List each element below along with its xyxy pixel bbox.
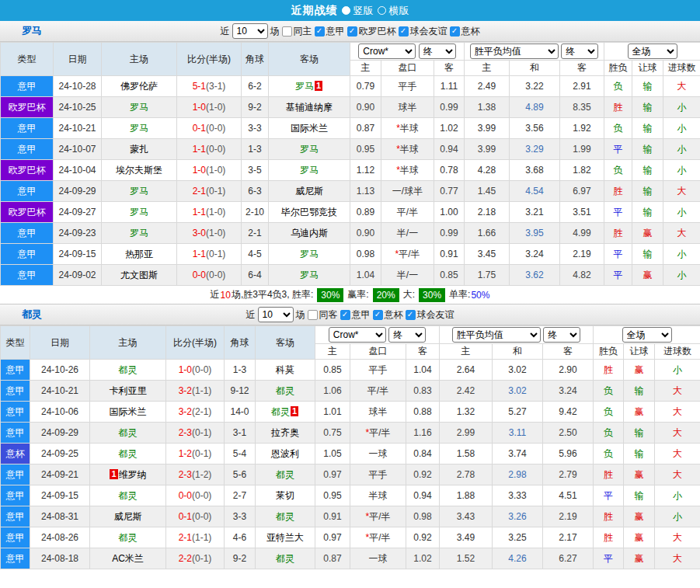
league-filter-label: 球会友谊: [410, 25, 448, 38]
same-venue-filter[interactable]: 同主: [282, 25, 312, 38]
league-filter-球会友谊[interactable]: 球会友谊: [399, 25, 448, 38]
fulltime-scope-select[interactable]: 全场: [628, 43, 677, 59]
checkbox-checked-icon[interactable]: [399, 26, 409, 37]
europe-time-select[interactable]: 终: [543, 327, 580, 343]
league-filter-球会友谊[interactable]: 球会友谊: [406, 308, 454, 322]
handicap-home-odds: 0.91: [315, 506, 350, 527]
halftime-score: (0-1): [192, 427, 211, 438]
handicap-away-odds: 1.11: [434, 76, 465, 97]
halftime-score: (1-0): [206, 228, 225, 238]
result-handicap: 赢: [632, 223, 663, 244]
checkbox-checked-icon[interactable]: [450, 26, 460, 37]
checkbox-checked-icon[interactable]: [347, 26, 357, 37]
focus-team-name: 罗马: [130, 228, 148, 238]
checkbox-checked-icon[interactable]: [406, 310, 416, 320]
result-handicap: 赢: [624, 506, 655, 527]
match-row: 意甲24-09-15都灵0-0(0-0)2-7莱切0.95半球0.941.883…: [1, 485, 700, 506]
match-row: 意甲24-08-26都灵2-1(1-1)4-6亚特兰大0.97*平/半0.923…: [1, 527, 700, 548]
home-team-cell: 佛罗伦萨: [102, 76, 177, 97]
halftime-score: (0-1): [206, 186, 225, 197]
fulltime-score: 1-0: [193, 102, 206, 113]
odds-average-select[interactable]: 胜平负均值: [452, 327, 541, 343]
away-team-cell: 国际米兰: [269, 118, 350, 139]
match-row: 意甲24-10-07蒙扎1-1(0-0)1-3罗马0.95*半球0.943.99…: [1, 139, 700, 160]
checkbox-checked-icon[interactable]: [340, 310, 350, 320]
league-filter-欧罗巴杯[interactable]: 欧罗巴杯: [347, 25, 396, 38]
result-win-draw-loss: 平: [604, 244, 632, 265]
games-label: 场: [296, 308, 305, 322]
away-team-cell: 罗马: [269, 244, 350, 265]
match-count-select[interactable]: 10: [232, 23, 268, 39]
score-cell: 2-1(0-1): [177, 181, 242, 202]
handicap-home-odds: 1.05: [315, 444, 350, 464]
team-name-heading: 罗马: [22, 24, 42, 38]
focus-team-name: 罗马: [130, 186, 148, 197]
away-team-cell: 莱切: [256, 485, 315, 506]
europe-away-odds: 2.17: [543, 527, 594, 548]
handicap-home-odds: 1.12: [350, 160, 381, 181]
early-odds-star: *: [396, 144, 400, 155]
handicap-home-odds: 0.97: [315, 464, 350, 485]
europe-draw-odds: 5.27: [493, 402, 543, 423]
result-goals: 小: [663, 97, 700, 118]
europe-time-select[interactable]: 终: [561, 43, 598, 59]
match-date: 24-10-21: [54, 118, 102, 139]
home-team-cell: 埃尔夫斯堡: [102, 160, 177, 181]
score-cell: 1-1(0-0): [177, 139, 242, 160]
result-win-draw-loss: 平: [594, 485, 624, 506]
layout-vertical-option[interactable]: 竖版: [342, 4, 374, 18]
handicap-home-odds: 0.90: [350, 97, 381, 118]
europe-draw-odds: 3.26: [493, 506, 543, 527]
handicap-time-select[interactable]: 终: [388, 327, 426, 343]
handicap-away-odds: 0.85: [434, 265, 465, 286]
score-cell: 1-0(0-0): [166, 360, 225, 381]
handicap-time-select[interactable]: 终: [419, 43, 456, 59]
col-date: 日期: [30, 326, 90, 360]
result-handicap: 赢: [624, 527, 655, 548]
corner-score: 2-1: [242, 223, 269, 244]
checkbox-checked-icon[interactable]: [373, 310, 383, 320]
league-filter-意杯[interactable]: 意杯: [450, 25, 480, 38]
handicap-line: 平手: [350, 360, 406, 381]
radio-unselected-icon[interactable]: [378, 6, 386, 15]
league-badge: 意甲: [1, 464, 30, 485]
league-filter-意杯[interactable]: 意杯: [373, 308, 403, 322]
fulltime-score: 0-0: [179, 490, 192, 501]
handicap-group-header: Crow* 终: [350, 43, 465, 61]
subcol-goals-result: 进球数: [663, 61, 700, 76]
handicap-away-odds: 1.02: [406, 548, 440, 569]
team-section-roma: 罗马 近 10 场 同主 意甲欧罗巴杯球会友谊意杯: [0, 21, 700, 304]
score-cell: 3-2(1-1): [166, 381, 225, 402]
league-badge: 意甲: [1, 118, 54, 139]
odds-average-select[interactable]: 胜平负均值: [470, 43, 559, 59]
checkbox-checked-icon[interactable]: [315, 26, 325, 37]
europe-home-odds: 4.28: [465, 160, 510, 181]
halftime-score: (0-1): [192, 553, 211, 564]
radio-selected-icon[interactable]: [342, 6, 350, 15]
summary-count: 10: [221, 290, 231, 301]
checkbox-unchecked-icon[interactable]: [308, 310, 318, 320]
score-cell: 2-1(1-1): [166, 527, 225, 548]
league-filter-意甲[interactable]: 意甲: [315, 25, 345, 38]
result-handicap: 输: [624, 444, 655, 464]
match-count-select[interactable]: 10: [258, 307, 294, 322]
away-team-cell: 都灵: [256, 506, 315, 527]
bookmaker-select[interactable]: Crow*: [329, 327, 386, 343]
layout-horizontal-option[interactable]: 横版: [378, 4, 409, 18]
col-date: 日期: [54, 43, 102, 76]
league-badge: 意甲: [1, 244, 54, 265]
handicap-away-odds: 0.84: [406, 444, 440, 464]
league-filter-意甲[interactable]: 意甲: [340, 308, 371, 322]
section-header: 罗马 近 10 场 同主 意甲欧罗巴杯球会友谊意杯: [0, 21, 700, 42]
match-date: 24-09-15: [54, 244, 102, 265]
bookmaker-select[interactable]: Crow*: [358, 43, 416, 59]
checkbox-unchecked-icon[interactable]: [282, 26, 292, 37]
result-win-draw-loss: 胜: [594, 527, 624, 548]
subcol-handicap-away: 客: [406, 344, 440, 360]
same-venue-filter[interactable]: 同客: [308, 308, 338, 322]
fulltime-scope-select[interactable]: 全场: [622, 327, 672, 343]
match-date: 24-09-29: [30, 423, 90, 444]
europe-draw-odds: 3.95: [510, 223, 560, 244]
result-win-draw-loss: 平: [604, 202, 632, 223]
home-team-cell: 都灵: [90, 360, 166, 381]
